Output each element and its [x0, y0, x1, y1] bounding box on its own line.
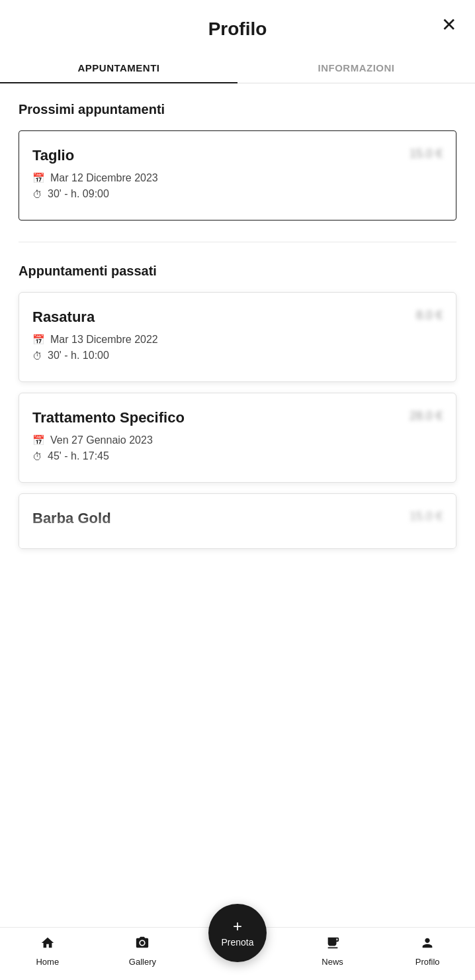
nav-home[interactable]: Home: [0, 936, 95, 967]
service-price: 8.0 €: [416, 309, 443, 322]
service-price: 28.0 €: [410, 409, 443, 423]
past-section-title: Appuntamenti passati: [19, 264, 456, 279]
partial-overlay: [19, 509, 456, 548]
card-service-row: Trattamento Specifico 28.0 €: [32, 409, 443, 426]
card-time-row: ⏱ 30' - h. 09:00: [32, 188, 443, 200]
card-service-row: Taglio 15.0 €: [32, 147, 443, 164]
calendar-icon: 📅: [32, 434, 45, 446]
content-area: Prossimi appuntamenti Taglio 15.0 € 📅 Ma…: [0, 83, 475, 639]
news-icon: [325, 936, 340, 954]
header: Profilo ✕: [0, 0, 475, 50]
past-appointment-card-0[interactable]: Rasatura 8.0 € 📅 Mar 13 Dicembre 2022 ⏱ …: [19, 292, 456, 382]
fab-plus-icon: +: [233, 918, 242, 934]
nav-news-real[interactable]: News: [285, 936, 380, 967]
card-duration-time: 30' - h. 10:00: [48, 350, 109, 362]
close-button[interactable]: ✕: [439, 13, 459, 37]
card-date-row: 📅 Ven 27 Gennaio 2023: [32, 434, 443, 446]
upcoming-appointment-card[interactable]: Taglio 15.0 € 📅 Mar 12 Dicembre 2023 ⏱ 3…: [19, 130, 456, 220]
card-date-row: 📅 Mar 13 Dicembre 2022: [32, 334, 443, 346]
fab-label: Prenota: [221, 937, 253, 948]
prenota-fab[interactable]: + Prenota: [208, 904, 267, 962]
section-divider: [19, 242, 456, 242]
card-duration-time: 45' - h. 17:45: [48, 450, 109, 462]
card-duration-time: 30' - h. 09:00: [48, 188, 109, 200]
tab-informazioni[interactable]: INFORMAZIONI: [238, 50, 475, 83]
nav-gallery-label: Gallery: [129, 957, 156, 967]
header-title: Profilo: [208, 19, 267, 40]
bottom-nav-area: + Prenota Home Gallery News: [0, 927, 475, 980]
service-price: 15.0 €: [410, 147, 443, 161]
nav-news-label: News: [322, 957, 343, 967]
tabs-container: APPUNTAMENTI INFORMAZIONI: [0, 50, 475, 83]
past-appointment-card-2[interactable]: Barba Gold 15.0 €: [19, 493, 456, 549]
fab-container: + Prenota: [208, 904, 267, 962]
card-time-row: ⏱ 30' - h. 10:00: [32, 350, 443, 362]
card-time-row: ⏱ 45' - h. 17:45: [32, 450, 443, 462]
profile-icon: [420, 936, 435, 954]
clock-icon: ⏱: [32, 350, 42, 362]
nav-profile-label: Profilo: [415, 957, 440, 967]
card-date: Mar 13 Dicembre 2022: [50, 334, 158, 346]
card-date-row: 📅 Mar 12 Dicembre 2023: [32, 172, 443, 184]
calendar-icon: 📅: [32, 334, 45, 346]
tab-appuntamenti[interactable]: APPUNTAMENTI: [0, 50, 238, 83]
nav-home-label: Home: [36, 957, 59, 967]
calendar-icon: 📅: [32, 172, 45, 184]
card-service-row: Rasatura 8.0 €: [32, 309, 443, 326]
clock-icon: ⏱: [32, 451, 42, 462]
nav-gallery[interactable]: Gallery: [95, 936, 191, 967]
service-name: Trattamento Specifico: [32, 409, 185, 426]
upcoming-section-title: Prossimi appuntamenti: [19, 102, 456, 117]
past-appointment-card-1[interactable]: Trattamento Specifico 28.0 € 📅 Ven 27 Ge…: [19, 393, 456, 483]
service-name: Rasatura: [32, 309, 95, 326]
clock-icon: ⏱: [32, 189, 42, 200]
card-date: Ven 27 Gennaio 2023: [50, 434, 153, 446]
nav-profile[interactable]: Profilo: [380, 936, 475, 967]
service-name: Taglio: [32, 147, 74, 164]
gallery-icon: [135, 936, 150, 954]
home-icon: [40, 936, 55, 954]
card-date: Mar 12 Dicembre 2023: [50, 172, 158, 184]
